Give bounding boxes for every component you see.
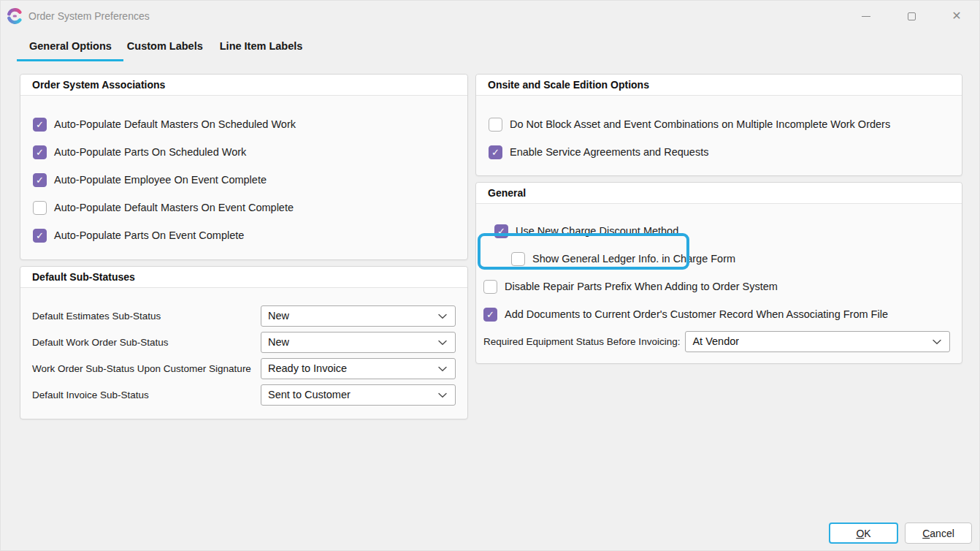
required-equipment-status-select[interactable]: At Vendor: [685, 331, 950, 352]
checkbox-row: Disable Repair Parts Prefix When Adding …: [476, 273, 962, 300]
checkbox[interactable]: [33, 229, 47, 243]
checkbox-row: Auto-Populate Parts On Scheduled Work: [20, 138, 467, 166]
group-general: General Use New Charge Discount Method S…: [475, 182, 962, 364]
group-body: Auto-Populate Default Masters On Schedul…: [20, 96, 467, 249]
checkbox-label: Disable Repair Parts Prefix When Adding …: [505, 281, 778, 292]
checkbox-label: Auto-Populate Parts On Event Complete: [54, 229, 244, 241]
equipment-status-row: Required Equipment Status Before Invoici…: [476, 328, 962, 354]
checkbox[interactable]: [33, 173, 47, 187]
checkbox-label: Auto-Populate Parts On Scheduled Work: [54, 146, 246, 158]
window-controls: ✕: [843, 1, 979, 31]
checkbox-row: Enable Service Agreements and Requests: [476, 138, 962, 166]
group-title: Default Sub-Statuses: [20, 267, 467, 288]
checkbox[interactable]: [33, 118, 47, 132]
tab-general-options[interactable]: General Options: [17, 40, 123, 61]
title-bar: Order System Preferences ✕: [1, 1, 979, 31]
tab-bar: General Options Custom Labels Line Item …: [17, 40, 302, 61]
chevron-down-icon: [438, 314, 447, 319]
default-invoice-sub-status-select[interactable]: Sent to Customer: [261, 384, 456, 406]
checkbox-label: Auto-Populate Default Masters On Event C…: [54, 202, 294, 213]
ok-button[interactable]: OK: [829, 522, 898, 544]
checkbox-row: Do Not Block Asset and Event Combination…: [476, 110, 962, 138]
checkbox[interactable]: [489, 118, 502, 132]
checkbox-row: Auto-Populate Default Masters On Event C…: [20, 194, 467, 221]
maximize-icon: [908, 12, 916, 20]
ok-button-label: OK: [856, 528, 870, 539]
checkbox[interactable]: [511, 252, 525, 266]
checkbox-label: Add Documents to Current Order's Custome…: [505, 308, 888, 320]
select-label: Work Order Sub-Status Upon Customer Sign…: [32, 363, 261, 374]
select-value: At Vendor: [692, 335, 739, 347]
close-button[interactable]: ✕: [934, 1, 979, 31]
chevron-down-icon: [438, 340, 447, 346]
checkbox-row: Auto-Populate Parts On Event Complete: [20, 221, 467, 249]
group-title: Order System Associations: [20, 75, 467, 96]
equipment-status-label: Required Equipment Status Before Invoici…: [483, 336, 680, 347]
group-body: Default Estimates Sub-Status New Default…: [20, 288, 467, 408]
select-row: Default Estimates Sub-Status New: [20, 303, 467, 329]
select-value: Ready to Invoice: [268, 362, 347, 374]
tab-line-item-labels[interactable]: Line Item Labels: [220, 40, 303, 61]
minimize-button[interactable]: [843, 1, 889, 31]
group-default-sub-statuses: Default Sub-Statuses Default Estimates S…: [20, 266, 468, 419]
minimize-icon: [862, 16, 870, 17]
group-order-system-associations: Order System Associations Auto-Populate …: [20, 74, 468, 260]
chevron-down-icon: [933, 339, 941, 345]
work-order-sub-status-upon-signature-select[interactable]: Ready to Invoice: [261, 358, 456, 379]
cancel-button[interactable]: Cancel: [905, 522, 972, 544]
window-title: Order System Preferences: [28, 10, 150, 22]
chevron-down-icon: [438, 366, 447, 372]
checkbox-row: Auto-Populate Default Masters On Schedul…: [20, 110, 467, 138]
select-row: Default Invoice Sub-Status Sent to Custo…: [20, 381, 467, 408]
checkbox-label: Enable Service Agreements and Requests: [510, 146, 708, 158]
checkbox-label: Show General Ledger Info. in Charge Form: [532, 253, 735, 265]
select-value: New: [268, 310, 289, 322]
maximize-button[interactable]: [889, 1, 934, 31]
checkbox-row: Add Documents to Current Order's Custome…: [476, 300, 962, 328]
group-onsite-scale-options: Onsite and Scale Edition Options Do Not …: [475, 74, 962, 176]
chevron-down-icon: [438, 392, 447, 398]
checkbox[interactable]: [483, 280, 497, 294]
select-value: New: [268, 336, 289, 348]
checkbox-label: Do Not Block Asset and Event Combination…: [510, 118, 890, 130]
group-body: Do Not Block Asset and Event Combination…: [476, 96, 962, 166]
tab-custom-labels[interactable]: Custom Labels: [127, 40, 203, 61]
select-label: Default Work Order Sub-Status: [32, 337, 261, 348]
select-label: Default Estimates Sub-Status: [32, 311, 261, 322]
close-icon: ✕: [952, 10, 961, 22]
checkbox-row-highlighted: Use New Charge Discount Method: [476, 217, 962, 245]
order-system-preferences-dialog: Order System Preferences ✕ General Optio…: [0, 0, 980, 551]
group-body: Use New Charge Discount Method Show Gene…: [476, 204, 962, 354]
checkbox-label: Use New Charge Discount Method: [516, 225, 678, 237]
checkbox[interactable]: [33, 145, 47, 159]
select-value: Sent to Customer: [268, 389, 351, 400]
group-title: General: [476, 183, 962, 204]
select-row: Default Work Order Sub-Status New: [20, 329, 467, 355]
checkbox-label: Auto-Populate Default Masters On Schedul…: [54, 118, 296, 130]
checkbox-label: Auto-Populate Employee On Event Complete: [54, 174, 267, 186]
default-work-order-sub-status-select[interactable]: New: [261, 332, 456, 353]
checkbox[interactable]: [489, 145, 502, 159]
select-row: Work Order Sub-Status Upon Customer Sign…: [20, 355, 467, 381]
checkbox-row-indented: Show General Ledger Info. in Charge Form: [476, 245, 962, 273]
checkbox[interactable]: [494, 224, 508, 238]
default-estimates-sub-status-select[interactable]: New: [261, 305, 456, 327]
app-logo-icon: [7, 8, 23, 24]
checkbox-row: Auto-Populate Employee On Event Complete: [20, 166, 467, 194]
cancel-button-label: Cancel: [922, 528, 954, 539]
checkbox[interactable]: [33, 201, 47, 215]
select-label: Default Invoice Sub-Status: [32, 390, 261, 400]
checkbox[interactable]: [483, 308, 497, 322]
group-title: Onsite and Scale Edition Options: [476, 75, 962, 96]
